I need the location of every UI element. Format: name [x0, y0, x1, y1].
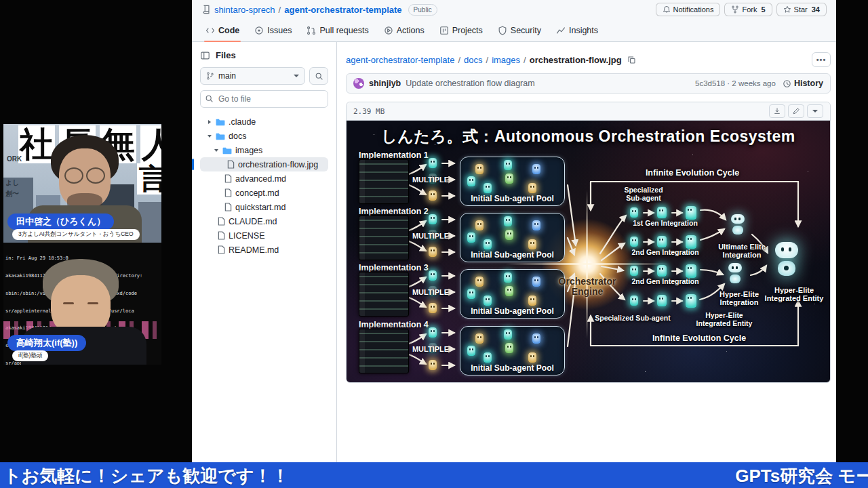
pool-label: Initial Sub-agent Pool [460, 194, 564, 203]
gen1-integration-label: 1st Gen Integration [621, 220, 709, 228]
file-icon [218, 231, 225, 240]
speaker-name-tag: 高崎翔太(if(塾)) [7, 335, 86, 351]
panel-icon[interactable] [200, 51, 210, 60]
breadcrumb-repo-link[interactable]: agent-orchestrator-template [346, 55, 454, 65]
history-button[interactable]: History [783, 79, 823, 88]
go-to-file-input[interactable] [200, 90, 328, 108]
implementation-label: Implementation 4 [359, 320, 429, 329]
branch-selector[interactable]: main [200, 67, 305, 85]
file-icon [218, 245, 225, 254]
implementation-label: Implementation 1 [359, 150, 429, 160]
magnifier-icon [205, 94, 214, 103]
pool-label: Initial Sub-agent Pool [460, 363, 564, 373]
tree-item-concept-md[interactable]: concept.md [200, 186, 328, 200]
ticker-message: トお気軽に！シェアも歓迎です！！ [3, 464, 289, 488]
tab-code[interactable]: Code [199, 19, 246, 41]
file-icon [224, 203, 232, 211]
edit-dropdown-button[interactable] [807, 104, 823, 118]
specialized-sub-agent-bottom-label: Specialized Sub-agent [585, 314, 680, 323]
file-icon [224, 188, 232, 197]
tree-item-claude-folder[interactable]: .claude [200, 115, 328, 129]
speaker-role-tag: 3方よしAI共創コンサルタント・おうちCEO [12, 229, 140, 240]
background-side-text: 言 [137, 163, 161, 195]
tree-item-license[interactable]: LICENSE [200, 228, 328, 243]
folder-icon [216, 118, 225, 126]
multiple-label: MULTIPLE [406, 288, 455, 296]
shield-icon [498, 26, 507, 35]
tab-issues[interactable]: Issues [248, 19, 298, 41]
tree-search-button[interactable] [309, 67, 328, 85]
play-icon [384, 26, 393, 35]
specialized-sub-agent-top-label: SpecializedSub-agent [610, 186, 677, 202]
chevron-down-icon [208, 135, 212, 138]
ticker-channel-name: GPTs研究会 モー [735, 464, 868, 488]
latest-commit-bar[interactable]: shinjiyb Update orchestration flow diagr… [346, 73, 831, 94]
file-view-pane: agent-orchestrator-template / docs / ima… [337, 42, 837, 462]
speaker-name-tag: 田中啓之（ひろくん） [7, 214, 114, 230]
tree-item-claude-md[interactable]: CLAUDE.md [200, 214, 328, 228]
chevron-down-icon [214, 149, 218, 152]
bell-icon [663, 5, 671, 14]
commit-author[interactable]: shinjiyb [369, 79, 401, 88]
edit-file-button[interactable] [788, 104, 804, 118]
magnifier-icon [315, 72, 323, 81]
stream-ticker-banner: トお気軽に！シェアも歓迎です！！ GPTs研究会 モー [0, 462, 868, 488]
caret-down-icon [294, 75, 299, 77]
tree-item-quickstart-md[interactable]: quickstart.md [200, 200, 328, 214]
infinite-evolution-cycle-top-label: Infinite Evolution Cycle [591, 168, 794, 178]
fork-button[interactable]: Fork 5 [724, 3, 772, 16]
star-button[interactable]: Star 34 [776, 3, 827, 16]
copy-path-button[interactable] [627, 56, 636, 64]
pool-label: Initial Sub-agent Pool [460, 306, 564, 316]
background-text-fragment: よし [5, 178, 19, 188]
repo-name-link[interactable]: agent-orchestrator-template [284, 5, 401, 15]
infinite-evolution-cycle-bottom-label: Infinite Evolution Cycle [618, 333, 781, 343]
copy-icon [627, 56, 636, 64]
stream-frame: shintaro-sprech / agent-orchestrator-tem… [0, 0, 868, 488]
file-viewer-card: 2.39 MB [346, 102, 831, 383]
sub-agent-bot [429, 158, 437, 168]
tree-item-docs-folder[interactable]: docs [200, 129, 328, 143]
commit-message[interactable]: Update orchestration flow diagram [406, 79, 534, 88]
file-more-options-button[interactable]: ••• [812, 52, 831, 67]
tab-actions[interactable]: Actions [377, 19, 431, 41]
tab-security[interactable]: Security [491, 19, 548, 41]
breadcrumb-current-file: orchestration-flow.jpg [530, 55, 622, 65]
implementation-row-2: Implementation 2 MULTIPLE I [347, 207, 577, 265]
file-tree-sidebar: Files main [192, 42, 337, 462]
breadcrumb: agent-orchestrator-template / docs / ima… [346, 52, 831, 68]
code-editor-thumbnail [359, 216, 409, 260]
commit-author-avatar[interactable] [353, 78, 364, 89]
graph-icon [556, 26, 566, 35]
breadcrumb-slash: / [279, 5, 281, 15]
pencil-icon [792, 107, 800, 115]
commit-sha-age[interactable]: 5c3d518 · 2 weeks ago [695, 79, 776, 87]
tree-item-readme-md[interactable]: README.md [200, 243, 328, 257]
pull-request-icon [307, 26, 316, 35]
initial-sub-agent-pool: Initial Sub-agent Pool [460, 326, 565, 375]
multiple-label: MULTIPLE [406, 232, 455, 240]
tab-pull-requests[interactable]: Pull requests [300, 19, 375, 41]
file-size: 2.39 MB [353, 107, 384, 116]
tree-item-advanced-md[interactable]: advanced.md [200, 171, 328, 186]
files-title: Files [216, 50, 236, 60]
breadcrumb-docs-link[interactable]: docs [464, 55, 482, 65]
background-text-fragment: 創〜 [5, 189, 19, 199]
tab-insights[interactable]: Insights [549, 19, 605, 41]
code-editor-thumbnail [359, 329, 409, 373]
tree-item-images-folder[interactable]: images [200, 143, 328, 157]
notifications-button[interactable]: Notifications [656, 3, 721, 16]
tree-item-orchestration-flow[interactable]: orchestration-flow.jpg [200, 157, 328, 171]
repo-icon [201, 5, 211, 14]
branch-icon [206, 72, 214, 80]
initial-sub-agent-pool: Initial Sub-agent Pool [460, 157, 565, 206]
webcam-takasaki: in: Fri Aug 29 18:53:0 akasaki19841121/.… [3, 243, 161, 365]
fork-icon [731, 5, 739, 14]
download-raw-button[interactable] [769, 104, 785, 118]
tab-projects[interactable]: Projects [433, 19, 490, 41]
repo-owner-link[interactable]: shintaro-sprech [214, 5, 275, 15]
breadcrumb-images-link[interactable]: images [492, 55, 520, 65]
project-icon [439, 26, 449, 35]
github-window: shintaro-sprech / agent-orchestrator-tem… [192, 0, 836, 462]
file-viewer-toolbar: 2.39 MB [347, 102, 830, 121]
